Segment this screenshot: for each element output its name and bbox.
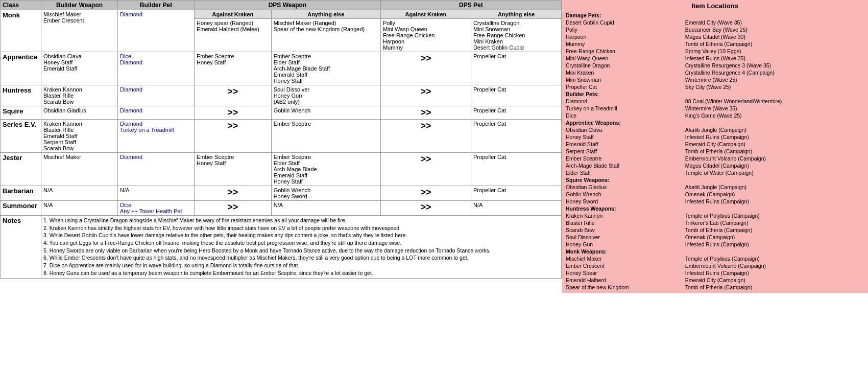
monk-dps-pet-label-kraken: Against Kraken (380, 10, 471, 19)
il-item-name: Honey Gun (565, 241, 684, 248)
note-line: 5. Honey Swords are only viable on Barba… (43, 247, 559, 255)
il-item-row: Propeller Cat Sky City (Wave 25) (565, 83, 865, 90)
il-item-location: Magus Citadel (Wave 30) (684, 33, 865, 40)
il-item-location: Tinkerer's Lab (Campaign) (684, 219, 865, 226)
apprentice-builder-weapon: Obsidian ClavaHoney StaffEmerald Staff (41, 52, 118, 85)
il-item-name: Turkey on a Treadmill (565, 105, 684, 112)
jester-dps-pet-arrow: >> (380, 153, 471, 186)
il-item-location: Emerald City (Campaign) (684, 277, 865, 284)
huntress-dps-weapon-arrow: >> (195, 85, 272, 106)
il-item-row: Spear of the new Kingdom Tomb of Etheria… (565, 284, 865, 291)
barbarian-builder-weapon: N/A (41, 186, 118, 201)
series-ev-builder-pet: DiamondTurkey on a Treadmill (118, 120, 195, 153)
col-header-dps-weapon: DPS Weapon (195, 1, 381, 10)
col-header-dps-pet: DPS Pet (380, 1, 561, 10)
notes-label: Notes (1, 216, 41, 279)
il-section-header: Huntress Weapons: (565, 205, 865, 212)
monk-dps-pet-else: Crystalline DragonMini SnowmanFree-Range… (471, 19, 561, 52)
huntress-dps-pet-arrow: >> (380, 85, 471, 106)
jester-dps-weapon-left: Ember SceptreHoney Staff (195, 153, 272, 186)
summoner-builder-weapon: N/A (41, 201, 118, 216)
il-item-location: Wintermire (Wave 25) (684, 76, 865, 83)
squire-dps-weapon-arrow: >> (195, 106, 272, 120)
jester-builder-pet: Diamond (118, 153, 195, 186)
il-item-name: Free-Range Chicken (565, 48, 684, 55)
col-header-builder-pet: Builder Pet (118, 1, 195, 10)
il-item-row: Soul Dissolver Omenak (Campaign) (565, 234, 865, 241)
il-item-name: Arch-Mage Blade Staff (565, 162, 684, 169)
il-item-name: Ember Crescent (565, 262, 684, 269)
series-ev-dps-weapon-right: Ember Sceptre (271, 120, 380, 153)
note-line: 8. Honey Guns can be used as a temporary… (43, 269, 559, 277)
il-item-row: Blaster Rifle Tinkerer's Lab (Campaign) (565, 219, 865, 226)
il-item-row: Mischief Maker Temple of Polybius (Campa… (565, 255, 865, 262)
il-item-row: Mini Snowman Wintermire (Wave 25) (565, 76, 865, 83)
il-item-row: Mummy Tomb of Etheria (Campaign) (565, 40, 865, 48)
il-section-header-row: Builder Pets: (565, 90, 865, 98)
il-item-location: King's Game (Wave 25) (684, 112, 865, 119)
il-section-header: Damage Pets: (565, 12, 865, 19)
note-line: 2. Kraken Kannon has strictly the highes… (43, 224, 559, 232)
il-section-header: Apprentice Weapons: (565, 119, 865, 126)
il-item-name: Emerald Staff (565, 141, 684, 148)
monk-dps-pet-label-else: Anything else (471, 10, 561, 19)
il-item-row: Honey Sword Infested Ruins (Campaign) (565, 198, 865, 205)
row-apprentice: Apprentice Obsidian ClavaHoney StaffEmer… (1, 52, 562, 85)
il-item-location: Infested Ruins (Campaign) (684, 133, 865, 141)
il-item-name: Dice (565, 112, 684, 119)
row-summoner: Summoner N/A DiceAny ++ Tower Health Pet… (1, 201, 562, 216)
item-locations-table: Damage Pets: Desert Goblin Cupid Emerald… (565, 12, 865, 291)
squire-class-cell: Squire (1, 106, 41, 120)
main-table-section: Class Builder Weapon Builder Pet DPS Wea… (0, 0, 562, 293)
class-cell-monk: Monk (1, 10, 41, 52)
il-item-name: Honey Spear (565, 269, 684, 277)
col-header-builder-weapon: Builder Weapon (41, 1, 118, 10)
il-item-location: Embermount Volcano (Campaign) (684, 262, 865, 269)
il-section-header-row: Monk Weapons: (565, 248, 865, 255)
squire-builder-weapon: Obsidian Gladius (41, 106, 118, 120)
il-item-location: Tomb of Etheria (Campaign) (684, 40, 865, 48)
note-line: 1. When using a Crystalline Dragon along… (43, 217, 559, 224)
il-section-header-row: Damage Pets: (565, 12, 865, 19)
il-item-location: Emerald City (Campaign) (684, 141, 865, 148)
huntress-class-cell: Huntress (1, 85, 41, 106)
il-item-row: Dice King's Game (Wave 25) (565, 112, 865, 119)
il-item-location: Temple of Polybius (Campaign) (684, 212, 865, 219)
il-item-name: Propeller Cat (565, 83, 684, 90)
monk-dps-weapon-else: Mischief Maker (Ranged)Spear of the new … (271, 19, 380, 52)
il-item-row: Obsidian Clava Akatiti Jungle (Campaign) (565, 126, 865, 133)
il-item-name: Honey Staff (565, 133, 684, 141)
il-item-row: Mini Kraken Crystalline Resurgence 4 (Ca… (565, 69, 865, 76)
apprentice-class-cell: Apprentice (1, 52, 41, 85)
row-series-ev: Series E.V. Kraken KannonBlaster RifleEm… (1, 120, 562, 153)
il-section-header-row: Squire Weapons: (565, 176, 865, 183)
series-ev-dps-pet-arrow: >> (380, 120, 471, 153)
il-item-name: Diamond (565, 98, 684, 105)
jester-dps-weapon-right: Ember SceptreElder StaffArch-Mage BladeE… (271, 153, 380, 186)
main-table: Class Builder Weapon Builder Pet DPS Wea… (0, 0, 562, 279)
il-item-row: Obsidian Gladius Akatiti Jungle (Campaig… (565, 183, 865, 191)
il-section-header: Squire Weapons: (565, 176, 865, 183)
jester-builder-weapon: Mischief Maker (41, 153, 118, 186)
il-item-name: Polly (565, 26, 684, 33)
il-item-location: Infested Ruins (Campaign) (684, 241, 865, 248)
il-item-location: Omenak (Campaign) (684, 234, 865, 241)
jester-dps-pet-right: Propeller Cat (471, 153, 561, 186)
squire-dps-pet-arrow: >> (380, 106, 471, 120)
il-item-row: Ember Sceptre Embermount Volcano (Campai… (565, 155, 865, 162)
il-item-location: Temple of Water (Campaign) (684, 169, 865, 176)
il-item-name: Serpent Staff (565, 148, 684, 155)
il-item-location: Tomb of Etheria (Campaign) (684, 148, 865, 155)
monk-builder-weapon: Mischief MakerEmber Crescent (41, 10, 118, 52)
il-item-name: Ember Sceptre (565, 155, 684, 162)
squire-dps-pet-right: Propeller Cat (471, 106, 561, 120)
notes-content: 1. When using a Crystalline Dragon along… (41, 216, 562, 279)
summoner-dps-weapon-right: N/A (271, 201, 380, 216)
il-section-header: Monk Weapons: (565, 248, 865, 255)
barbarian-class-cell: Barbarian (1, 186, 41, 201)
il-item-row: Polly Buccaneer Bay (Wave 25) (565, 26, 865, 33)
il-item-row: Free-Range Chicken Spring Valley (10 Egg… (565, 48, 865, 55)
il-item-row: Kraken Kannon Temple of Polybius (Campai… (565, 212, 865, 219)
il-item-row: Desert Goblin Cupid Emerald City (Wave 3… (565, 19, 865, 26)
note-line: 4. You can get Eggs for a Free-Range Chi… (43, 239, 559, 247)
